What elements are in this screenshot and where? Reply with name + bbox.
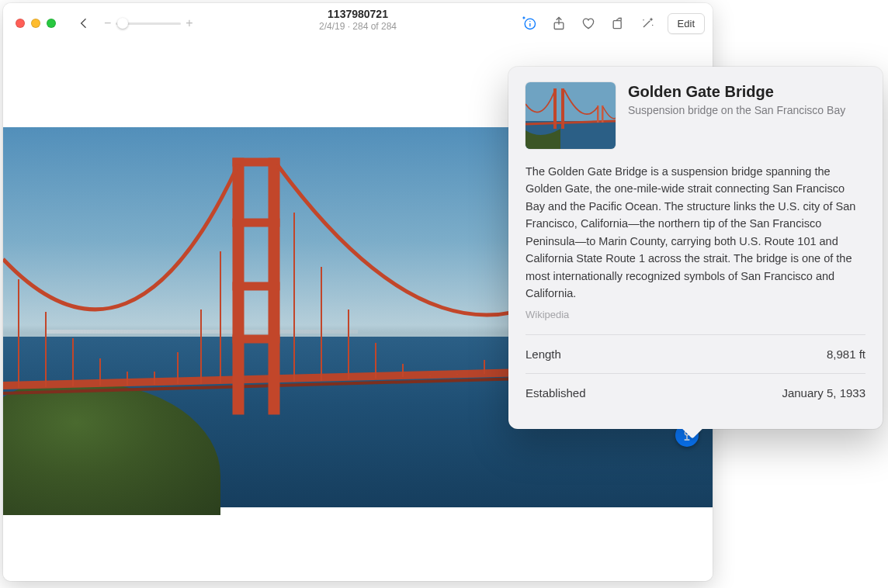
popover-subtitle: Suspension bridge on the San Francisco B…	[628, 103, 845, 117]
popover-source[interactable]: Wikipedia	[526, 309, 865, 320]
edit-button[interactable]: Edit	[668, 13, 705, 34]
right-tools: Edit	[515, 11, 705, 36]
svg-rect-5	[613, 21, 621, 29]
popover-thumbnail	[526, 82, 616, 149]
rotate-button[interactable]	[604, 11, 632, 36]
enhance-button[interactable]	[633, 11, 661, 36]
svg-point-7	[643, 19, 644, 21]
share-button[interactable]	[545, 11, 573, 36]
svg-point-2	[529, 21, 530, 22]
zoom-in-icon: +	[186, 16, 193, 30]
popover-row-value: January 5, 1933	[782, 386, 865, 399]
zoom-track[interactable]	[116, 22, 181, 25]
lookup-popover: Golden Gate Bridge Suspension bridge on …	[508, 67, 883, 429]
minimize-window-button[interactable]	[31, 19, 40, 28]
zoom-out-icon: −	[104, 16, 111, 30]
auto-enhance-icon	[640, 16, 655, 31]
zoom-thumb[interactable]	[117, 18, 128, 29]
popover-row-key: Established	[526, 386, 586, 399]
popover-row-value: 8,981 ft	[827, 348, 865, 361]
window-controls	[16, 19, 56, 28]
popover-description: The Golden Gate Bridge is a suspension b…	[526, 163, 865, 303]
share-icon	[551, 16, 567, 31]
info-sparkle-icon	[522, 16, 537, 31]
close-window-button[interactable]	[16, 19, 25, 28]
heart-icon	[581, 16, 596, 31]
svg-line-6	[643, 21, 650, 27]
svg-rect-53	[553, 88, 557, 129]
fullscreen-window-button[interactable]	[47, 19, 56, 28]
svg-point-8	[652, 25, 654, 26]
chevron-left-icon	[76, 16, 92, 31]
rotate-icon	[610, 16, 626, 31]
zoom-slider[interactable]: − +	[104, 16, 193, 30]
popover-row-established: Established January 5, 1933	[526, 373, 865, 412]
svg-rect-54	[561, 88, 564, 129]
back-button[interactable]	[70, 11, 98, 36]
popover-row-key: Length	[526, 348, 561, 361]
info-button[interactable]	[515, 11, 543, 36]
popover-row-length: Length 8,981 ft	[526, 334, 865, 373]
toolbar: − +	[3, 3, 713, 43]
favorite-button[interactable]	[574, 11, 602, 36]
popover-title: Golden Gate Bridge	[628, 82, 845, 101]
